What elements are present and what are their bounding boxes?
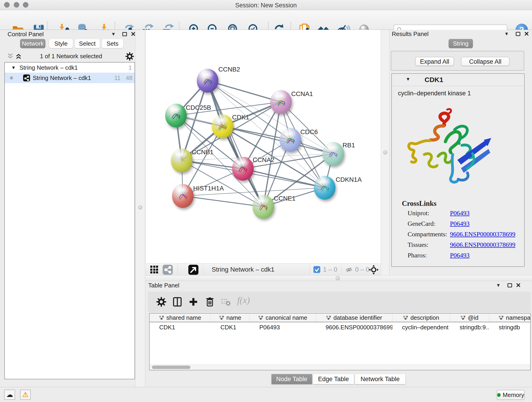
column-header-canonicalname[interactable]: canonical name	[250, 313, 316, 322]
tab-select[interactable]: Select	[75, 39, 100, 48]
collapse-all-tree-icon[interactable]	[7, 53, 14, 61]
tab-style[interactable]: Style	[49, 39, 73, 48]
crosslink-link[interactable]: P06493	[450, 252, 470, 259]
column-header-namespace[interactable]: namespace	[489, 313, 531, 322]
table-cell[interactable]: cyclin–dependent ...	[393, 323, 450, 332]
tab-network-table[interactable]: Network Table	[355, 374, 405, 384]
network-node-ccne1[interactable]	[253, 195, 274, 219]
column-header-databaseidentifier[interactable]: database identifier	[316, 313, 393, 322]
network-list: ▼ String Network – cdk1 1 String Network…	[4, 62, 135, 379]
crosslink-label: Compartments:	[408, 230, 447, 238]
detach-view-icon[interactable]	[188, 265, 198, 275]
control-panel-tabs: NetworkStyleSelectSets	[0, 39, 145, 49]
network-node-cdc6[interactable]	[279, 128, 301, 152]
table-panel-close-icon[interactable]: ✕	[516, 282, 521, 289]
birds-eye-view-icon[interactable]	[150, 266, 158, 274]
crosslink-link[interactable]: P06493	[450, 210, 470, 217]
tab-sets[interactable]: Sets	[102, 39, 123, 48]
column-type-icon	[499, 315, 504, 320]
network-collection-row[interactable]: ▼ String Network – cdk1 1	[5, 63, 134, 73]
function-builder-icon: f(x)	[237, 295, 250, 306]
crosslink-link[interactable]: 9606.ENSP00000378699	[450, 241, 515, 249]
tab-string[interactable]: String	[449, 39, 473, 48]
column-header-name[interactable]: name	[211, 313, 250, 322]
scrollbar-thumb[interactable]	[152, 366, 190, 369]
splitter-handle[interactable]	[336, 276, 340, 280]
node-label-hist1h1a: HIST1H1A	[193, 185, 224, 192]
tab-edge-table[interactable]: Edge Table	[313, 374, 354, 384]
tab-network[interactable]: Network	[20, 39, 45, 48]
table-panel-float-icon[interactable]	[507, 283, 512, 287]
warning-button[interactable]: ⚠	[20, 390, 31, 400]
tab-node-table[interactable]: Node Table	[272, 374, 312, 384]
results-panel-float-icon[interactable]	[516, 32, 520, 36]
column-header-id[interactable]: @id	[450, 313, 489, 322]
protein-structure-image	[403, 101, 495, 193]
gear-icon[interactable]	[156, 297, 167, 307]
column-header-label: name	[226, 314, 241, 321]
network-canvas[interactable]: CCNB2CCNA1CDC25BCDK1CDC6RB1CCNB1CCNA2CDK…	[145, 30, 381, 263]
crosslink-link[interactable]: P06493	[450, 220, 470, 227]
control-panel-float-icon[interactable]	[122, 32, 127, 36]
selected-nodes-checkbox[interactable]	[313, 266, 320, 273]
expand-all-button[interactable]: Expand All	[415, 57, 454, 66]
table-cell[interactable]: CDK1	[211, 323, 250, 332]
node-label-cdk1: CDK1	[232, 114, 249, 121]
left-splitter[interactable]	[135, 30, 145, 387]
status-bar: ☁ ⚠ Memory	[0, 387, 532, 402]
column-type-icon	[461, 315, 466, 320]
string-view-icon[interactable]	[163, 265, 173, 275]
hidden-counts: 0 – 0	[355, 266, 369, 273]
control-panel-menu-icon[interactable]: ▾	[112, 31, 115, 37]
gear-icon[interactable]	[125, 52, 134, 62]
crosslinks-heading: CrossLinks	[402, 199, 437, 208]
tree-expand-icon[interactable]: ▼	[11, 63, 16, 73]
table-horizontal-scrollbar[interactable]	[150, 364, 530, 370]
column-header-description[interactable]: description	[393, 313, 450, 322]
network-node-cdkn1a[interactable]	[314, 176, 336, 200]
column-header-sharedname[interactable]: shared name	[150, 313, 211, 322]
table-cell[interactable]: stringdb:9...	[450, 323, 489, 332]
network-node-ccna2[interactable]	[232, 157, 254, 181]
node-gloss	[176, 185, 189, 194]
table-cell[interactable]: P06493	[250, 323, 316, 332]
node-label-rb1: RB1	[342, 142, 355, 149]
table-cell[interactable]: stringdb	[489, 323, 531, 332]
memory-label: Memory	[503, 391, 524, 399]
center-view-icon[interactable]	[368, 264, 379, 276]
footer-separator	[309, 265, 310, 274]
network-node-ccnb2[interactable]	[197, 69, 218, 93]
results-panel-close-icon[interactable]: ✕	[524, 30, 529, 38]
network-node-cdk1[interactable]	[212, 114, 233, 138]
network-row-selected[interactable]: String Network – cdk1 11 48	[5, 73, 134, 83]
delete-column-icon[interactable]	[205, 297, 215, 307]
expand-all-tree-icon[interactable]	[15, 53, 22, 61]
results-panel-menu-icon[interactable]: ▾	[505, 31, 508, 37]
network-node-ccnb1[interactable]	[171, 148, 192, 172]
network-node-ccna1[interactable]	[270, 90, 292, 114]
network-node-hist1h1a[interactable]	[172, 184, 194, 208]
splitter-handle[interactable]	[383, 150, 387, 154]
table-cell[interactable]: CDK1	[150, 323, 211, 332]
add-column-icon[interactable]	[188, 297, 199, 307]
memory-button[interactable]: Memory	[497, 390, 525, 400]
gene-section-header[interactable]: ▼ CDK1	[392, 74, 524, 86]
splitter-handle[interactable]	[138, 205, 142, 210]
crosslink-link[interactable]: 9606.ENSP00000378699	[450, 230, 515, 238]
section-collapse-icon[interactable]: ▼	[406, 77, 410, 82]
collapse-all-button[interactable]: Collapse All	[461, 57, 510, 66]
network-node-cdc25b[interactable]	[165, 104, 187, 128]
column-header-label: namespace	[506, 314, 531, 321]
collection-count: 1	[128, 63, 132, 73]
cloud-button[interactable]: ☁	[4, 390, 15, 400]
show-columns-icon[interactable]	[172, 297, 183, 307]
main-toolbar: ?	[0, 10, 532, 30]
network-node-rb1[interactable]	[322, 142, 344, 166]
horizontal-splitter[interactable]	[145, 275, 532, 281]
current-network-dot	[10, 76, 13, 80]
table-row[interactable]: CDK1CDK1P064939606.ENSP00000378699cyclin…	[150, 323, 531, 332]
table-cell[interactable]: 9606.ENSP00000378699	[316, 323, 393, 332]
footer-separator	[203, 265, 203, 274]
right-splitter[interactable]	[381, 30, 389, 275]
table-panel-menu-icon[interactable]: ▾	[497, 282, 500, 288]
